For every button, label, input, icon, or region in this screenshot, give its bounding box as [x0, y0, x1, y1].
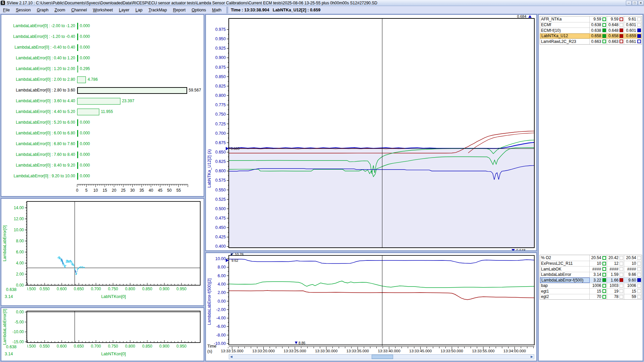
channel-color-swatch: [602, 267, 606, 271]
svg-text:0.500: 0.500: [26, 287, 36, 291]
svg-text:0.825: 0.825: [215, 84, 226, 88]
channel-value-cell: 20.42: [607, 255, 625, 261]
scroll-right-arrow[interactable]: ▶: [531, 355, 533, 359]
svg-text:0.975: 0.975: [215, 27, 226, 32]
histogram-bin-value: 0.000: [80, 163, 90, 168]
bottom-chart-panel[interactable]: 10.008.006.004.002.000.00-2.00-4.00-6.00…: [205, 252, 537, 361]
table-row[interactable]: LamLabOK############: [540, 266, 642, 272]
table-row[interactable]: AFR_NTKa9.599.599.61: [540, 16, 642, 22]
minimize-button[interactable]: –: [626, 1, 632, 5]
channel-name: egt1: [540, 289, 590, 294]
menu-worksheet[interactable]: Worksheet: [93, 8, 113, 12]
app-icon: S: [1, 1, 5, 5]
channel-color-swatch: [620, 273, 623, 277]
channel-value-cell: 1.59: [607, 272, 625, 278]
menu-math[interactable]: Math: [212, 8, 221, 12]
scatter-panel-2[interactable]: 0.00-5.00-10.00-15.000.5000.5500.6000.65…: [1, 307, 204, 361]
histogram-bar[interactable]: [77, 130, 78, 137]
main-chart-panel[interactable]: 0.9750.9500.9250.9000.8750.8500.8250.800…: [205, 14, 537, 251]
svg-text:0.648: 0.648: [516, 248, 526, 250]
histogram-bar[interactable]: [77, 87, 187, 94]
table-row[interactable]: LabNTKa_U120.6580.6580.659: [540, 33, 642, 39]
window-title: SView 2.17.10 : C:\Users\Public\Document…: [7, 1, 626, 5]
channel-name: % O2: [540, 255, 590, 261]
histogram-bin-value: 11.955: [101, 109, 113, 114]
svg-text:-5.00: -5.00: [15, 320, 24, 324]
histogram-bin-value: 0.000: [80, 34, 90, 39]
channel-value-cell: 9.66: [624, 272, 642, 278]
svg-text:0.850: 0.850: [142, 287, 152, 291]
svg-text:0.425: 0.425: [215, 235, 226, 239]
svg-text:8.86: 8.86: [299, 341, 306, 345]
menu-zoom[interactable]: Zoom: [54, 8, 65, 12]
svg-text:40: 40: [149, 188, 153, 193]
menu-options[interactable]: Options: [192, 8, 206, 12]
channel-name: LamLabOK: [540, 266, 590, 272]
menu-channel[interactable]: Channel: [71, 8, 87, 12]
scrollbar-thumb[interactable]: [372, 355, 393, 359]
svg-text:15: 15: [103, 188, 107, 193]
svg-text:LambdaLabError[0]: LambdaLabError[0]: [2, 309, 7, 345]
svg-text:50: 50: [167, 188, 172, 193]
window-titlebar[interactable]: S SView 2.17.10 : C:\Users\Public\Docume…: [0, 0, 644, 6]
histogram-bar[interactable]: [77, 55, 78, 62]
histogram-bar[interactable]: [77, 76, 86, 83]
table-row[interactable]: egt1151915: [540, 288, 642, 294]
menu-layer[interactable]: Layer: [119, 8, 129, 12]
table-row[interactable]: ECMf-f(10)0.6380.6480.601: [540, 27, 642, 33]
histogram-bar[interactable]: [77, 152, 78, 158]
channel-value-cell: 3.22: [590, 278, 607, 283]
table-row[interactable]: egt2707859: [540, 294, 642, 300]
table-row[interactable]: ExPressL2C_R11101210: [540, 261, 642, 266]
menu-file[interactable]: File: [3, 8, 10, 12]
menu-report[interactable]: Report: [173, 8, 186, 12]
channel-color-swatch: [620, 17, 623, 21]
menu-lap[interactable]: Lap: [136, 8, 143, 12]
histogram-bar[interactable]: [77, 162, 78, 169]
histogram-bar[interactable]: [77, 66, 78, 72]
histogram-bar[interactable]: [77, 173, 78, 180]
histogram-bar[interactable]: [77, 141, 78, 147]
histogram-bin-label: LambdaLabError[0] : 2.00 to 2.80: [1, 77, 75, 82]
channel-value-cell: 9.59: [590, 16, 607, 22]
histogram-bar[interactable]: [77, 23, 78, 29]
channel-value-cell: 0.659: [624, 34, 642, 39]
channel-color-swatch: [637, 289, 641, 293]
table-row[interactable]: Lam4RawL2C_R230.6630.6630.661: [540, 39, 642, 44]
histogram-bar[interactable]: [77, 44, 78, 51]
channel-value-cell: 9.60: [624, 278, 642, 283]
time-scrollbar[interactable]: ◀ ▶: [229, 354, 534, 359]
menu-trackmap[interactable]: TrackMap: [149, 8, 167, 12]
channel-name: Lam4RawL2C_R23: [540, 39, 590, 44]
svg-text:30: 30: [130, 188, 135, 193]
svg-text:0.875: 0.875: [215, 65, 226, 70]
channel-value-cell: 59: [624, 294, 642, 300]
table-row[interactable]: ECMf0.6380.6480.601: [540, 22, 642, 28]
table-row[interactable]: % O220.5420.4220.54: [540, 255, 642, 261]
histogram-bar[interactable]: [77, 34, 78, 40]
svg-text:0.750: 0.750: [215, 112, 226, 117]
histogram-bar[interactable]: [77, 119, 78, 126]
table-row[interactable]: LambdaLabError-f(500)3.221.669.60: [540, 277, 642, 283]
svg-text:0.900: 0.900: [159, 287, 169, 291]
table-row[interactable]: LambdaLabError3.141.599.66: [540, 272, 642, 278]
histogram-bin-label: LambdaLabError[0] : 6.00 to 6.80: [1, 131, 75, 135]
menu-graph[interactable]: Graph: [37, 8, 49, 12]
histogram-panel[interactable]: LambdaLabError[0] : -2.00 to -1.200.000L…: [1, 14, 204, 197]
channel-value-cell: 0.648: [607, 22, 625, 28]
svg-text:3.14: 3.14: [5, 294, 13, 299]
histogram-bin-label: LambdaLabError[0] : 5.20 to 6.00: [1, 120, 75, 125]
svg-text:2.00: 2.00: [16, 272, 24, 277]
histogram-bar[interactable]: [77, 109, 99, 115]
close-button[interactable]: ✕: [638, 1, 644, 5]
histogram-bin-value: 0.000: [80, 141, 90, 146]
svg-text:13:34:00.000: 13:34:00.000: [503, 349, 526, 353]
maximize-button[interactable]: □: [632, 1, 638, 5]
histogram-bin-value: 0.000: [80, 152, 90, 157]
scroll-left-arrow[interactable]: ◀: [230, 355, 232, 359]
table-row[interactable]: bap100610031006: [540, 283, 642, 289]
histogram-bar[interactable]: [77, 98, 120, 105]
scatter-panel-1[interactable]: 0.002.004.006.008.0010.0012.0014.000.500…: [1, 198, 204, 306]
menu-session[interactable]: Session: [16, 8, 31, 12]
channel-color-swatch: [602, 262, 606, 265]
